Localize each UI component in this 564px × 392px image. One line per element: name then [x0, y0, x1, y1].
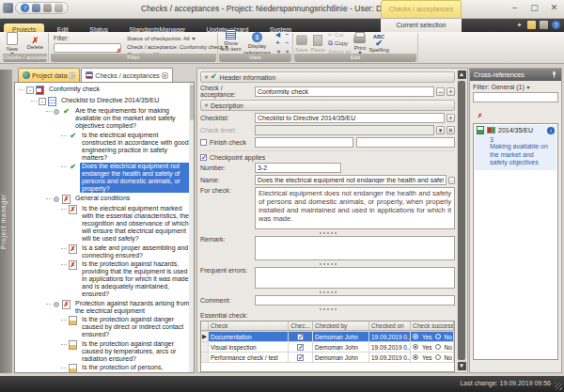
tree-scrollbar[interactable] [189, 83, 194, 372]
clear-filter-icon[interactable]: ✗ [112, 44, 120, 53]
node-bullet-icon[interactable] [54, 109, 59, 115]
collapse-minus2-icon[interactable]: − [283, 39, 291, 47]
tree-item[interactable]: ✔ Is the electrical equipment constructe… [18, 132, 193, 162]
check-acceptance-dropdown[interactable]: Check / acceptance: Conformity check [127, 43, 228, 52]
print-icon[interactable] [43, 4, 52, 12]
tree-item[interactable]: • Is the protection against danger cause… [18, 316, 193, 338]
close-button[interactable]: ✕ [548, 3, 560, 13]
cross-references-filter[interactable]: Filter: General (1) [473, 84, 558, 90]
tree-scrollbar-thumb[interactable] [190, 85, 194, 120]
tab-checks-acceptances[interactable]: Checks / acceptances ✕ [81, 68, 172, 82]
expand-plus-icon[interactable]: + [274, 39, 282, 47]
collapse-section-icon[interactable]: » [203, 75, 209, 79]
layout-icon[interactable] [540, 21, 548, 29]
table-row[interactable]: Visual inspection ✓ Demoman John 19.09.2… [201, 342, 454, 353]
yes-radio[interactable] [413, 354, 418, 360]
yes-radio[interactable] [413, 334, 418, 339]
workspace-icon[interactable] [527, 21, 536, 29]
arrow-left-icon[interactable]: ◀ [274, 31, 282, 39]
tree-item[interactable]: - Conformity check [18, 86, 193, 95]
detail-scrollbar[interactable]: ▲ ▼ [457, 70, 466, 371]
tree-item[interactable]: - Checklist to Directive 2014/35/EU [18, 97, 193, 106]
cross-references-header[interactable]: Cross-references [470, 69, 561, 81]
column-check[interactable]: Check [209, 321, 289, 331]
frequent-errors-textarea[interactable] [255, 267, 455, 289]
tree-item[interactable]: ✔ Are the requirements for making availa… [18, 107, 193, 130]
check-level-dropdown-icon[interactable]: ▾ [436, 126, 445, 134]
remove-button[interactable]: ‒ [436, 87, 445, 96]
tree-item[interactable]: • Is the protection against danger cause… [18, 340, 193, 363]
paste-button[interactable]: Paste [311, 34, 325, 54]
section-splitter[interactable] [200, 307, 455, 311]
name-ellipsis-button[interactable] [448, 177, 455, 184]
copy-button[interactable]: ⧉ Copy [328, 39, 351, 47]
no-radio[interactable] [435, 344, 441, 350]
no-radio[interactable] [435, 334, 441, 339]
close-tab-icon[interactable]: ✕ [162, 72, 168, 79]
column-checked[interactable]: Chec... [289, 321, 313, 331]
collapse-minus-icon[interactable]: − [283, 31, 291, 39]
add-button[interactable]: + [446, 87, 455, 96]
scroll-up-icon[interactable]: ▲ [458, 71, 466, 79]
scroll-down-icon[interactable]: ▼ [458, 362, 466, 370]
table-row[interactable]: ▶ Documentation ✓ Demoman John 19.09.201… [201, 332, 454, 342]
tree-item[interactable]: ✗ Is a safe and proper assembling and co… [18, 244, 193, 259]
column-checked-on[interactable]: Checked on [369, 321, 411, 331]
section-splitter[interactable] [200, 262, 455, 266]
info-icon[interactable]: i [547, 127, 555, 134]
status-of-checkpoints-dropdown[interactable]: Status of checkpoints: All [127, 35, 228, 43]
finish-check-checkbox[interactable] [200, 139, 207, 146]
remark-textarea[interactable] [255, 236, 455, 260]
pin-icon[interactable] [551, 71, 557, 78]
minimize-button[interactable]: – [509, 3, 521, 13]
project-manager-dock-tab[interactable]: Project manager [0, 70, 12, 373]
cross-reference-item[interactable]: 2014/35/EU i 3 Making available on the m… [475, 125, 556, 170]
tree-item[interactable]: ✗ Is the protection against hazards, pro… [18, 260, 193, 298]
node-bullet-icon[interactable] [54, 302, 59, 307]
print-button[interactable]: Print [353, 32, 366, 55]
pin-ribbon-icon[interactable]: ✦ [515, 21, 524, 29]
checked-checkbox[interactable]: ✓ [297, 354, 304, 361]
node-bullet-icon[interactable] [54, 196, 59, 202]
name-input[interactable] [255, 175, 446, 185]
close-tab-icon[interactable]: ✕ [69, 72, 75, 79]
tab-current-selection[interactable]: Current selection [381, 19, 462, 32]
save-icon[interactable] [32, 4, 40, 12]
new-button[interactable]: New [7, 31, 18, 56]
finish-check-date-input[interactable] [255, 137, 353, 148]
tab-project-data[interactable]: Project data ✕ [18, 68, 80, 82]
spelling-button[interactable]: ABC ✔ Spelling [368, 34, 388, 54]
cross-reference-description[interactable]: Making available on the market and safet… [490, 143, 553, 167]
save-button[interactable]: Save [295, 34, 308, 54]
cut-button[interactable]: ✂ Cut [328, 31, 351, 39]
ribbon-help-icon[interactable]: ? [552, 21, 560, 29]
maximize-button[interactable]: ▢ [528, 3, 540, 13]
column-check-successful[interactable]: Check successful [411, 321, 454, 331]
check-level-input[interactable] [255, 125, 434, 135]
app-icon[interactable] [3, 3, 13, 13]
checkpoint-applies-checkbox[interactable]: ✓ [200, 154, 207, 161]
print-preview-icon[interactable] [55, 4, 63, 12]
delete-button[interactable]: ✗ Delete [27, 37, 43, 50]
checked-checkbox[interactable]: ✓ [297, 334, 304, 340]
finish-check-user-input[interactable] [356, 137, 455, 148]
tree-item[interactable]: ✗ Is the electrical equipment marked wit… [18, 205, 193, 243]
table-row[interactable]: Performance check / test ✓ Demoman John … [201, 353, 454, 363]
description-bar[interactable]: » Description [200, 100, 455, 111]
section-splitter[interactable] [200, 231, 455, 235]
section-splitter[interactable] [200, 290, 455, 294]
checklist-input[interactable] [255, 113, 445, 123]
check-level-clear-icon[interactable]: ✕ [446, 126, 455, 134]
tree-item-selected[interactable]: ✔ Does the electrical equipment not enda… [18, 163, 193, 193]
display-references-button[interactable]: 1 Display references [244, 31, 270, 55]
collapse-expander-icon[interactable]: - [26, 86, 34, 94]
cross-references-search-input[interactable] [473, 92, 558, 102]
collapse-expander-icon[interactable]: - [39, 98, 46, 105]
resize-grip[interactable] [555, 383, 562, 390]
collapse-section-icon[interactable]: » [203, 103, 209, 107]
check-acceptance-input[interactable] [255, 86, 434, 97]
clear-cross-reference-filter-icon[interactable]: ✗ [473, 109, 481, 118]
comment-input[interactable] [255, 295, 455, 306]
column-checked-by[interactable]: Checked by [313, 321, 369, 331]
tree-item[interactable]: ✗ Protection against hazards arising fro… [18, 300, 193, 315]
